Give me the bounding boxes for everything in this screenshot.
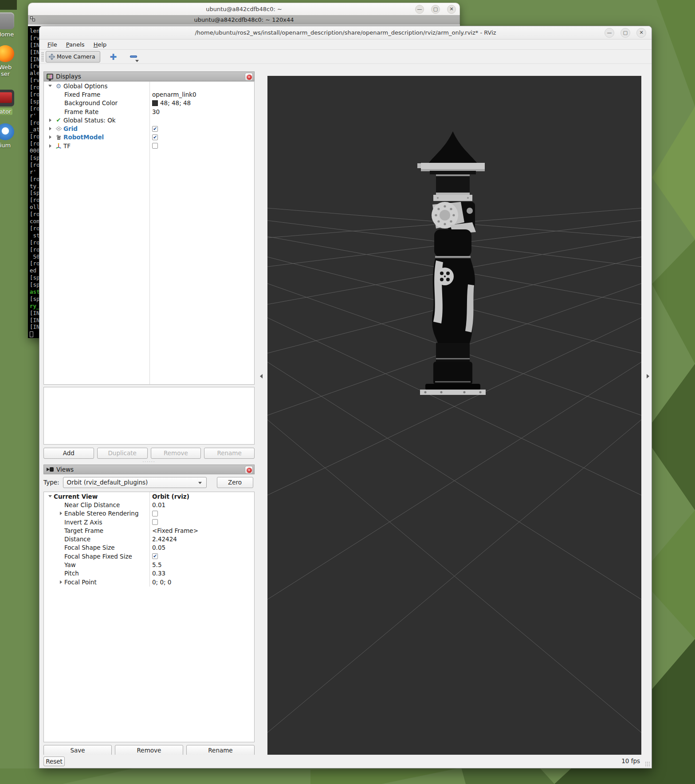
panel-splitter-handle[interactable]: ······ <box>43 460 255 465</box>
terminal-tab-bar[interactable]: ubuntu@a842cdfb48c0: ~ 120x44 <box>28 15 460 24</box>
property-value[interactable]: 30 <box>152 107 160 116</box>
icon-label: ser <box>0 71 22 77</box>
property-name: Focal Point <box>64 579 97 586</box>
checkbox-unchecked[interactable] <box>152 511 158 516</box>
reset-button[interactable]: Reset <box>43 756 65 766</box>
property-value[interactable]: 0.05 <box>152 544 165 552</box>
property-value[interactable] <box>152 509 158 518</box>
tree-row[interactable]: Yaw5.5 <box>44 560 254 569</box>
view-type-label: Type: <box>43 479 59 486</box>
minimize-icon[interactable]: — <box>415 5 424 14</box>
displays-panel-header[interactable]: Displays <box>43 71 255 81</box>
terminal-titlebar[interactable]: ubuntu@a842cdfb48c0: ~ —▢✕ <box>28 3 460 15</box>
property-value[interactable]: 0.33 <box>152 569 165 578</box>
tree-row[interactable]: Pitch0.33 <box>44 569 254 578</box>
property-name: Pitch <box>64 570 79 577</box>
tree-row[interactable]: Focal Shape Fixed Size✔ <box>44 552 254 560</box>
checkbox-checked[interactable]: ✔ <box>152 126 158 132</box>
window-resize-grip[interactable] <box>645 761 650 767</box>
expander-down-icon[interactable] <box>47 495 54 497</box>
tree-row[interactable]: Current ViewOrbit (rviz) <box>44 492 254 500</box>
property-value[interactable]: 2.42424 <box>152 535 177 543</box>
property-value[interactable]: <Fixed Frame> <box>152 526 198 535</box>
expander-right-icon[interactable] <box>57 512 64 515</box>
panel-collapse-right-icon[interactable] <box>647 374 649 378</box>
property-value[interactable] <box>152 142 158 150</box>
tree-row[interactable]: RobotModel✔ <box>44 133 254 142</box>
maximize-icon[interactable]: ▢ <box>620 28 630 38</box>
property-name: Near Clip Distance <box>64 501 120 508</box>
tree-row[interactable]: Background Color48; 48; 48 <box>44 99 254 107</box>
displays-tree[interactable]: ⚙Global OptionsFixed Frameopenarm_link0B… <box>43 81 255 385</box>
tree-row[interactable]: ✔Global Status: Ok <box>44 116 254 124</box>
screen-split-icon <box>30 16 36 23</box>
property-value[interactable]: openarm_link0 <box>152 90 196 98</box>
rviz-titlebar[interactable]: /home/ubuntu/ros2_ws/install/openarm_des… <box>39 26 652 39</box>
views-tree[interactable]: Current ViewOrbit (rviz)Near Clip Distan… <box>43 492 255 742</box>
desktop-icon-home[interactable]: Home <box>0 12 22 38</box>
property-value[interactable]: ✔ <box>152 133 158 142</box>
tree-row[interactable]: Grid✔ <box>44 124 254 133</box>
expander-right-icon[interactable] <box>47 135 54 139</box>
property-value[interactable]: 0.01 <box>152 500 165 509</box>
tree-row[interactable]: Enable Stereo Rendering <box>44 509 254 518</box>
property-value[interactable]: ✔ <box>152 124 158 133</box>
chevron-down-icon[interactable] <box>135 60 139 62</box>
desktop-icon-ator[interactable]: ator <box>0 90 22 115</box>
panel-collapse-left-icon[interactable] <box>260 374 263 378</box>
property-value[interactable]: ✔ <box>152 552 158 560</box>
property-name: Distance <box>64 536 90 543</box>
expander-right-icon[interactable] <box>47 127 54 130</box>
property-value[interactable] <box>152 518 158 526</box>
tree-row[interactable]: Near Clip Distance0.01 <box>44 500 254 509</box>
close-icon[interactable] <box>245 73 253 81</box>
tree-row[interactable]: ⚙Global Options <box>44 82 254 90</box>
tree-row[interactable]: Focal Shape Size0.05 <box>44 544 254 552</box>
tree-row[interactable]: Fixed Frameopenarm_link0 <box>44 90 254 98</box>
checkbox-unchecked[interactable] <box>152 519 158 525</box>
expander-right-icon[interactable] <box>47 118 54 122</box>
desktop-icon-web[interactable]: Webser <box>0 45 22 77</box>
terminal-window-buttons: —▢✕ <box>415 5 456 14</box>
terminal-title: ubuntu@a842cdfb48c0: ~ <box>206 6 282 12</box>
render-viewport[interactable] <box>267 76 641 756</box>
property-value[interactable]: 5.5 <box>152 560 161 569</box>
add-button[interactable]: Add <box>43 448 94 459</box>
checkbox-checked[interactable]: ✔ <box>152 553 158 559</box>
minimize-icon[interactable]: — <box>605 28 614 38</box>
remove-tool-button[interactable] <box>129 52 139 62</box>
menu-panels[interactable]: Panels <box>63 40 88 49</box>
tree-row[interactable]: TF <box>44 142 254 150</box>
property-value[interactable]: Orbit (rviz) <box>152 492 189 500</box>
toolbar-drag-handle[interactable] <box>41 52 44 62</box>
grid-icon <box>54 126 63 131</box>
move-camera-button[interactable]: Move Camera <box>46 51 100 63</box>
tree-row[interactable]: Invert Z Axis <box>44 518 254 526</box>
expander-down-icon[interactable] <box>47 85 54 87</box>
tree-row[interactable]: Distance2.42424 <box>44 535 254 543</box>
checkbox-unchecked[interactable] <box>152 143 158 149</box>
views-panel-header[interactable]: Views <box>43 465 255 474</box>
minus-icon <box>130 55 137 58</box>
check-icon: ✔ <box>54 117 63 123</box>
menu-file[interactable]: File <box>44 40 61 49</box>
tree-row[interactable]: Focal Point0; 0; 0 <box>44 578 254 586</box>
add-tool-button[interactable]: ✚ <box>110 52 117 62</box>
desktop-icon-ium[interactable]: ium <box>0 123 22 149</box>
terminal-subtitle: ubuntu@a842cdfb48c0: ~ 120x44 <box>194 16 294 23</box>
maximize-icon[interactable]: ▢ <box>431 5 440 14</box>
close-icon[interactable] <box>245 466 253 474</box>
expander-right-icon[interactable] <box>47 144 54 148</box>
tree-row[interactable]: Frame Rate30 <box>44 107 254 116</box>
close-icon[interactable]: ✕ <box>636 28 646 38</box>
expander-right-icon[interactable] <box>57 580 64 584</box>
property-value[interactable]: 0; 0; 0 <box>152 578 171 586</box>
menu-help[interactable]: Help <box>90 40 110 49</box>
tree-row[interactable]: Target Frame<Fixed Frame> <box>44 526 254 535</box>
rviz-statusbar: Reset 10 fps <box>39 755 652 768</box>
zero-button[interactable]: Zero <box>217 477 253 488</box>
checkbox-checked[interactable]: ✔ <box>152 134 158 140</box>
close-icon[interactable]: ✕ <box>447 5 456 14</box>
view-type-combobox[interactable]: Orbit (rviz_default_plugins) <box>63 477 207 488</box>
property-value[interactable]: 48; 48; 48 <box>152 99 191 107</box>
